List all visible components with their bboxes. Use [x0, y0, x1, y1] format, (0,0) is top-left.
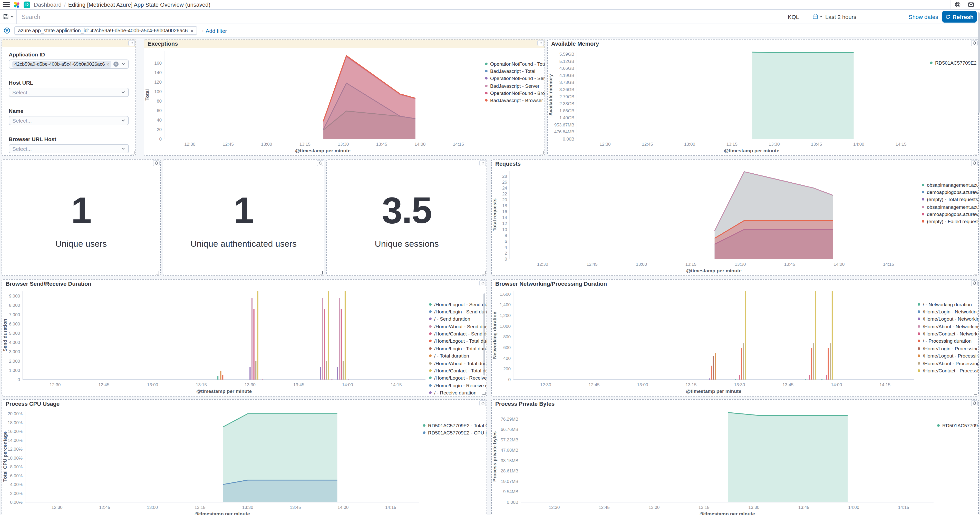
legend-item[interactable]: / - Total duration — [429, 353, 487, 358]
legend-item[interactable]: / - Receive duration — [429, 390, 487, 395]
legend-item[interactable]: /Home/About - Total durati... — [429, 361, 487, 366]
legend-item[interactable]: demoapplogobs.azurewebsite... — [922, 189, 978, 195]
refresh-button[interactable]: Refresh — [942, 11, 977, 22]
panel-settings-button[interactable] — [971, 160, 978, 166]
clear-selection-icon[interactable]: × — [113, 62, 118, 67]
legend-item[interactable]: obsapimanagement.azure-api... — [922, 204, 978, 209]
resize-handle[interactable] — [974, 271, 977, 275]
requests-legend: obsapimanagement.azure-api...demoapplogo… — [921, 168, 978, 275]
legend-item[interactable]: (empty) - Failed requests — [922, 219, 978, 224]
legend-item[interactable]: /Home/Login - Receive dur... — [429, 383, 487, 388]
legend-item[interactable]: RD501AC57709E2 — [930, 60, 978, 65]
legend-item[interactable]: /Home/Contact - Total dur... — [429, 368, 487, 373]
browser-url-host-select[interactable]: Select... — [9, 144, 129, 153]
resize-handle[interactable] — [131, 151, 134, 154]
legend-item[interactable]: / - Processing duration — [918, 339, 978, 344]
legend-item[interactable]: /Home/Login - Networking du... — [918, 309, 978, 314]
remove-token-icon[interactable]: × — [107, 61, 110, 67]
vertical-scrollbar[interactable] — [978, 12, 980, 113]
panel-header[interactable] — [2, 40, 135, 47]
legend-item[interactable]: /Home/Logout - Total durat... — [429, 339, 487, 344]
legend-item[interactable]: BadJavascript - Server — [485, 83, 544, 88]
panel-settings-button[interactable] — [971, 40, 978, 46]
legend-item[interactable]: obsapimanagement.azure-api... — [922, 182, 978, 187]
legend-item[interactable]: OperationNotFound - Server — [485, 76, 544, 81]
legend-item[interactable]: /Home/Logout - Receive d... — [429, 375, 487, 381]
elastic-logo-icon[interactable] — [13, 1, 20, 8]
legend-item[interactable]: BadJavascript - Total — [485, 68, 544, 74]
resize-handle[interactable] — [974, 392, 977, 395]
help-icon[interactable] — [950, 0, 964, 9]
time-range-value[interactable]: Last 2 hours — [825, 14, 856, 20]
panel-settings-button[interactable] — [128, 40, 135, 46]
legend-item[interactable]: /Home/Login - Total duration — [429, 346, 487, 351]
host-url-select[interactable]: Select... — [9, 88, 129, 97]
menu-icon[interactable] — [3, 2, 10, 8]
legend-item[interactable]: /Home/Contact - Processing ... — [918, 368, 978, 373]
show-dates-link[interactable]: Show dates — [908, 14, 938, 20]
resize-handle[interactable] — [541, 151, 544, 154]
legend-item[interactable]: / - Send duration — [429, 316, 487, 322]
svg-text:0: 0 — [159, 137, 162, 141]
legend-item[interactable]: /Home/Contact - Networking ... — [918, 331, 978, 336]
legend-item[interactable]: OperationNotFound - Total — [485, 61, 544, 66]
legend-item[interactable]: /Home/Login - Send duration — [429, 309, 487, 314]
legend-item[interactable]: OperationNotFound - Browser — [485, 91, 544, 96]
legend-item[interactable]: /Home/Contact - Send dur... — [429, 331, 487, 336]
panel-settings-button[interactable] — [479, 280, 486, 286]
legend-item[interactable]: RD501AC57709E2 — [937, 423, 978, 428]
filter-icon[interactable] — [3, 27, 10, 34]
resize-handle[interactable] — [320, 271, 323, 275]
panel-header[interactable]: Browser Networking/Processing Duration — [492, 280, 978, 288]
filter-pill[interactable]: azure.app_state.application_id: 42cb59a9… — [14, 26, 197, 35]
legend-item[interactable]: /Home/About - Networking du... — [918, 324, 978, 329]
application-id-combobox[interactable]: 42cb59a9-d5be-400b-a5c4-69b0a0026ac6× × — [9, 59, 129, 69]
query-language-button[interactable]: KQL — [782, 10, 805, 24]
selected-token[interactable]: 42cb59a9-d5be-400b-a5c4-69b0a0026ac6× — [12, 61, 111, 67]
resize-handle[interactable] — [974, 151, 977, 154]
legend-item[interactable]: RD501AC57709E2 - Total CPU... — [423, 423, 487, 428]
panel-header[interactable]: Process CPU Usage — [2, 400, 487, 408]
legend-dot-icon — [429, 377, 432, 379]
panel-settings-button[interactable] — [317, 160, 323, 166]
legend-item[interactable]: /Home/Login - Processing dur... — [918, 346, 978, 351]
legend-item[interactable]: /Home/Logout - Networking d... — [918, 316, 978, 322]
search-input[interactable] — [17, 10, 782, 24]
panel-header[interactable]: Available Memory — [547, 40, 978, 48]
resize-handle[interactable] — [156, 271, 159, 275]
panel-settings-button[interactable] — [479, 160, 486, 166]
panel-settings-button[interactable] — [971, 280, 978, 286]
breadcrumb-dashboard-link[interactable]: Dashboard — [34, 2, 62, 8]
panel-header[interactable]: Requests — [492, 159, 978, 168]
panel-settings-button[interactable] — [479, 400, 486, 406]
svg-text:14:15: 14:15 — [880, 382, 891, 387]
legend-item[interactable]: BadJavascript - Browser — [485, 98, 544, 103]
panel-header[interactable]: Exceptions — [144, 40, 544, 48]
resize-handle[interactable] — [482, 392, 485, 395]
panel-process-private-bytes: Process Private Bytes 0.00B9.54MB19.07MB… — [491, 399, 979, 515]
legend-item[interactable]: /Home/About - Processing du... — [918, 361, 978, 366]
svg-text:1,400: 1,400 — [500, 302, 511, 307]
legend-scrollbar[interactable] — [484, 293, 485, 375]
calendar-icon[interactable] — [813, 14, 823, 19]
resize-handle[interactable] — [482, 271, 485, 275]
legend-item[interactable]: / - Networking duration — [918, 302, 978, 307]
svg-text:14:00: 14:00 — [848, 505, 859, 510]
legend-item[interactable]: RD501AC57709E2 - CPU perc... — [423, 430, 487, 435]
legend-item[interactable]: /Home/Logout - Processing d... — [918, 353, 978, 358]
name-select[interactable]: Select... — [9, 116, 129, 125]
panel-settings-button[interactable] — [971, 400, 978, 406]
panel-header[interactable]: Browser Send/Receive Duration — [2, 280, 487, 288]
saved-query-button[interactable] — [0, 10, 17, 24]
panel-header[interactable]: Process Private Bytes — [492, 400, 978, 408]
remove-filter-icon[interactable]: × — [190, 27, 194, 33]
legend-item[interactable]: demoapplogobs.azurewebsite... — [922, 211, 978, 217]
add-filter-link[interactable]: + Add filter — [201, 27, 227, 33]
newsfeed-mail-icon[interactable] — [964, 0, 977, 9]
legend-item[interactable]: /Home/Logout - Send dura... — [429, 302, 487, 307]
panel-settings-button[interactable] — [153, 160, 160, 166]
svg-text:13:00: 13:00 — [637, 382, 648, 387]
panel-settings-button[interactable] — [537, 40, 544, 46]
legend-item[interactable]: (empty) - Total requests — [922, 197, 978, 202]
legend-item[interactable]: /Home/About - Send durati... — [429, 324, 487, 329]
